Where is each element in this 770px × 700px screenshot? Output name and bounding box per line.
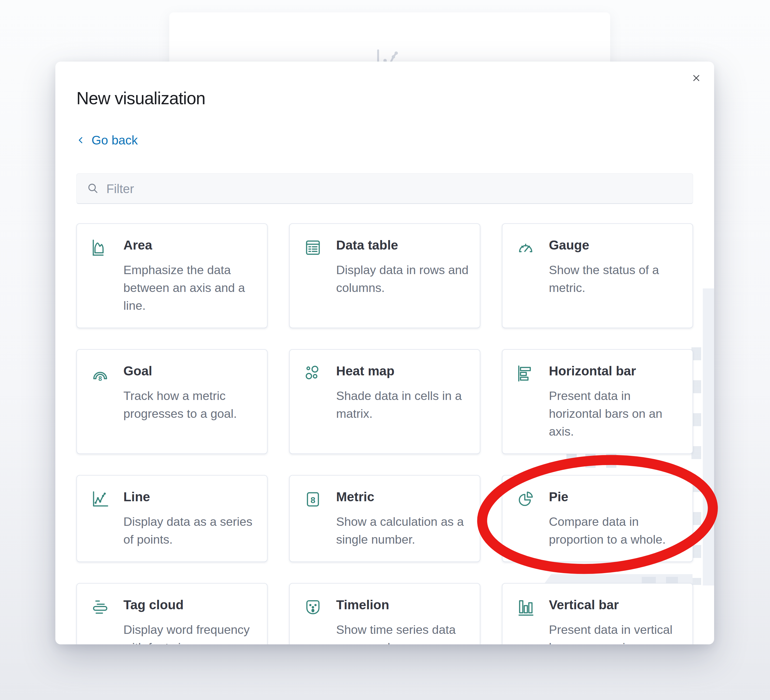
metric-icon: 8 [304, 490, 322, 509]
search-icon [86, 182, 99, 195]
card-description: Present data in horizontal bars on an ax… [549, 387, 684, 441]
card-title: Area [123, 237, 259, 253]
vis-card-pie[interactable]: Pie Compare data in proportion to a whol… [502, 475, 693, 562]
vertical-bar-icon [516, 598, 535, 617]
card-description: Compare data in proportion to a whole. [549, 513, 684, 548]
go-back-label: Go back [92, 133, 138, 147]
chevron-left-icon [76, 136, 86, 145]
vis-card-timelion[interactable]: Timelion Show time series data on a grap… [289, 583, 480, 644]
card-description: Show the status of a metric. [549, 261, 684, 297]
vis-card-metric[interactable]: 8 Metric Show a calculation as a single … [289, 475, 480, 562]
card-title: Gauge [549, 237, 684, 253]
card-description: Emphasize the data between an axis and a… [123, 261, 259, 314]
card-title: Horizontal bar [549, 363, 684, 379]
pie-chart-icon [516, 490, 535, 509]
card-description: Display data as a series of points. [123, 513, 259, 548]
card-title: Heat map [336, 363, 472, 379]
heat-map-icon [304, 364, 322, 383]
goal-icon: 8 [91, 364, 109, 383]
card-description: Track how a metric progresses to a goal. [123, 387, 259, 423]
vis-card-line[interactable]: Line Display data as a series of points. [76, 475, 268, 562]
line-chart-icon [91, 490, 109, 509]
timelion-icon [304, 598, 322, 617]
horizontal-bar-icon [516, 364, 535, 383]
card-description: Display word frequency with font size. [123, 621, 259, 644]
vis-card-gauge[interactable]: Gauge Show the status of a metric. [502, 224, 693, 328]
visualization-grid: Area Emphasize the data between an axis … [76, 224, 693, 644]
vis-card-goal[interactable]: 8 Goal Track how a metric progresses to … [76, 349, 268, 454]
vis-card-tag-cloud[interactable]: Tag cloud Display word frequency with fo… [76, 583, 268, 644]
card-title: Pie [549, 489, 684, 505]
go-back-link[interactable]: Go back [76, 133, 138, 147]
vis-card-horizontal-bar[interactable]: Horizontal bar Present data in horizonta… [502, 349, 693, 454]
gauge-icon [516, 238, 535, 257]
card-title: Metric [336, 489, 472, 505]
card-title: Vertical bar [549, 597, 684, 613]
visualize-page: New visualization Go back [0, 0, 770, 700]
area-chart-icon [91, 238, 109, 257]
card-title: Goal [123, 363, 259, 379]
tag-cloud-icon [91, 598, 109, 617]
card-description: Show time series data on a graph. [336, 621, 472, 644]
card-title: Timelion [336, 597, 472, 613]
card-description: Present data in vertical bars on an axis… [549, 621, 684, 644]
vis-card-area[interactable]: Area Emphasize the data between an axis … [76, 224, 268, 328]
vis-card-heat-map[interactable]: Heat map Shade data in cells in a matrix… [289, 349, 480, 454]
new-visualization-modal: New visualization Go back [55, 62, 714, 644]
card-title: Data table [336, 237, 472, 253]
goal-number: 8 [99, 375, 102, 382]
card-description: Show a calculation as a single number. [336, 513, 472, 548]
data-table-icon [304, 238, 322, 257]
filter-field [76, 173, 693, 204]
filter-input[interactable] [106, 173, 688, 204]
card-description: Display data in rows and columns. [336, 261, 472, 297]
card-description: Shade data in cells in a matrix. [336, 387, 472, 423]
vis-card-vertical-bar[interactable]: Vertical bar Present data in vertical ba… [502, 583, 693, 644]
card-title: Tag cloud [123, 597, 259, 613]
metric-number: 8 [311, 495, 315, 505]
modal-title: New visualization [76, 62, 693, 109]
card-title: Line [123, 489, 259, 505]
vis-card-data-table[interactable]: Data table Display data in rows and colu… [289, 224, 480, 328]
